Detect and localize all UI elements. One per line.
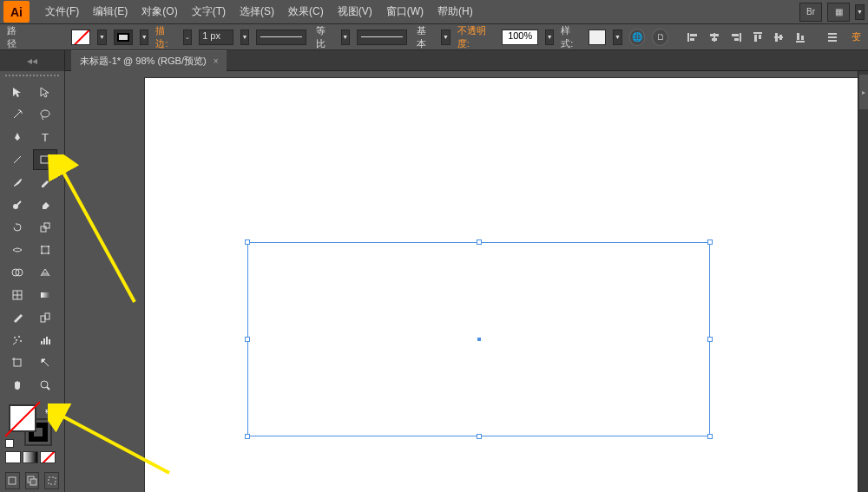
right-panel-edge: ▸ bbox=[858, 71, 868, 492]
align-top-button[interactable] bbox=[750, 30, 765, 45]
stroke-width-down[interactable]: ⌄ bbox=[183, 30, 192, 45]
menu-edit[interactable]: 编辑(E) bbox=[86, 4, 135, 19]
style-dropdown[interactable]: ▼ bbox=[613, 30, 621, 45]
menu-window[interactable]: 窗口(W) bbox=[379, 4, 431, 19]
symbol-sprayer-tool[interactable] bbox=[5, 330, 30, 351]
svg-point-44 bbox=[20, 340, 22, 342]
stroke-width-dropdown[interactable]: ▼ bbox=[240, 30, 249, 45]
brush-def[interactable] bbox=[357, 30, 407, 45]
svg-rect-39 bbox=[41, 316, 45, 322]
artboard-tool[interactable] bbox=[5, 352, 30, 373]
menu-effect[interactable]: 效果(C) bbox=[281, 4, 331, 19]
selected-rectangle[interactable] bbox=[247, 242, 710, 436]
swap-colors-icon[interactable]: ⇄ bbox=[45, 406, 52, 415]
draw-inside-button[interactable] bbox=[44, 472, 59, 489]
free-transform-tool[interactable] bbox=[33, 239, 57, 260]
fill-dropdown[interactable]: ▼ bbox=[97, 30, 106, 45]
stroke-width-input[interactable]: 1 px bbox=[199, 30, 233, 45]
solid-color-mode[interactable] bbox=[5, 451, 21, 463]
handle-nw[interactable] bbox=[245, 239, 250, 245]
eyedropper-tool[interactable] bbox=[5, 307, 30, 328]
direct-selection-tool[interactable] bbox=[33, 82, 57, 102]
default-colors-icon[interactable] bbox=[5, 439, 14, 448]
profile-dropdown[interactable]: ▼ bbox=[341, 30, 350, 45]
brush-label: 基本 bbox=[417, 24, 434, 50]
menu-file[interactable]: 文件(F) bbox=[38, 4, 86, 19]
fill-swatch[interactable] bbox=[71, 30, 90, 45]
eraser-tool[interactable] bbox=[33, 194, 57, 215]
align-vcenter-button[interactable] bbox=[772, 30, 786, 45]
rectangle-tool[interactable] bbox=[33, 149, 57, 170]
align-right-button[interactable] bbox=[728, 30, 743, 45]
document-tab[interactable]: 未标题-1* @ 98% (RGB/预览) × bbox=[71, 50, 227, 71]
perspective-grid-tool[interactable] bbox=[33, 262, 57, 283]
selection-tool[interactable] bbox=[5, 82, 30, 102]
gradient-color-mode[interactable] bbox=[23, 451, 38, 463]
handle-sw[interactable] bbox=[245, 434, 250, 439]
svg-point-43 bbox=[16, 339, 17, 341]
handle-se[interactable] bbox=[707, 434, 713, 439]
gradient-tool[interactable] bbox=[33, 285, 57, 305]
svg-rect-57 bbox=[49, 477, 56, 484]
handle-w[interactable] bbox=[245, 337, 250, 342]
artboard[interactable] bbox=[145, 78, 866, 492]
align-bottom-button[interactable] bbox=[793, 30, 808, 45]
zoom-tool[interactable] bbox=[33, 375, 57, 396]
column-graph-tool[interactable] bbox=[33, 330, 57, 351]
handle-ne[interactable] bbox=[707, 239, 713, 245]
paintbrush-tool[interactable] bbox=[5, 172, 30, 193]
draw-behind-button[interactable] bbox=[25, 472, 40, 489]
svg-rect-15 bbox=[796, 41, 805, 43]
hand-tool[interactable] bbox=[5, 375, 30, 396]
slice-tool[interactable] bbox=[33, 352, 57, 373]
stroke-dropdown[interactable]: ▼ bbox=[140, 30, 148, 45]
color-section: ⇄ bbox=[5, 404, 59, 448]
align-hcenter-button[interactable] bbox=[707, 30, 722, 45]
handle-n[interactable] bbox=[477, 239, 482, 245]
pen-tool[interactable] bbox=[5, 127, 30, 148]
blend-tool[interactable] bbox=[33, 307, 57, 328]
svg-point-32 bbox=[48, 253, 49, 254]
bridge-button[interactable]: Br bbox=[799, 3, 822, 22]
panel-toggle-button[interactable]: ▸ bbox=[859, 75, 868, 109]
stroke-profile[interactable] bbox=[256, 30, 306, 45]
recolor-button[interactable]: 🌐 bbox=[629, 29, 646, 46]
magic-wand-tool[interactable] bbox=[5, 104, 30, 125]
opacity-input[interactable]: 100% bbox=[502, 30, 538, 45]
menu-help[interactable]: 帮助(H) bbox=[431, 4, 480, 19]
menu-view[interactable]: 视图(V) bbox=[331, 4, 379, 19]
opacity-dropdown[interactable]: ▼ bbox=[545, 30, 554, 45]
type-tool[interactable]: T bbox=[33, 127, 57, 148]
line-tool[interactable] bbox=[5, 149, 30, 170]
brush-dropdown[interactable]: ▼ bbox=[441, 30, 450, 45]
scale-tool[interactable] bbox=[33, 217, 57, 238]
menu-object[interactable]: 对象(O) bbox=[135, 4, 184, 19]
shape-builder-tool[interactable] bbox=[5, 262, 30, 283]
arrange-docs-button[interactable]: ▦ bbox=[827, 3, 850, 22]
svg-point-30 bbox=[48, 246, 49, 247]
handle-e[interactable] bbox=[707, 337, 713, 342]
svg-rect-27 bbox=[44, 223, 49, 228]
docinfo-button[interactable]: 🗋 bbox=[652, 29, 668, 46]
draw-normal-button[interactable] bbox=[5, 472, 20, 489]
rotate-tool[interactable] bbox=[5, 217, 30, 238]
align-left-button[interactable] bbox=[686, 30, 700, 45]
arrange-dropdown[interactable]: ▼ bbox=[855, 4, 865, 20]
none-color-mode[interactable] bbox=[40, 451, 56, 463]
width-tool[interactable] bbox=[5, 239, 30, 260]
tab-close-button[interactable]: × bbox=[214, 56, 219, 66]
svg-rect-2 bbox=[690, 38, 694, 41]
style-swatch[interactable] bbox=[589, 30, 607, 45]
menu-select[interactable]: 选择(S) bbox=[233, 4, 281, 19]
menu-type[interactable]: 文字(T) bbox=[185, 4, 233, 19]
stroke-swatch[interactable] bbox=[114, 30, 133, 45]
svg-rect-26 bbox=[41, 226, 46, 232]
distribute-button[interactable] bbox=[825, 30, 839, 45]
mesh-tool[interactable] bbox=[5, 285, 30, 305]
svg-rect-13 bbox=[775, 33, 778, 42]
blob-brush-tool[interactable] bbox=[5, 194, 30, 215]
fill-color-swatch[interactable] bbox=[9, 404, 36, 432]
pencil-tool[interactable] bbox=[33, 172, 57, 193]
lasso-tool[interactable] bbox=[33, 104, 57, 125]
handle-s[interactable] bbox=[477, 434, 482, 439]
